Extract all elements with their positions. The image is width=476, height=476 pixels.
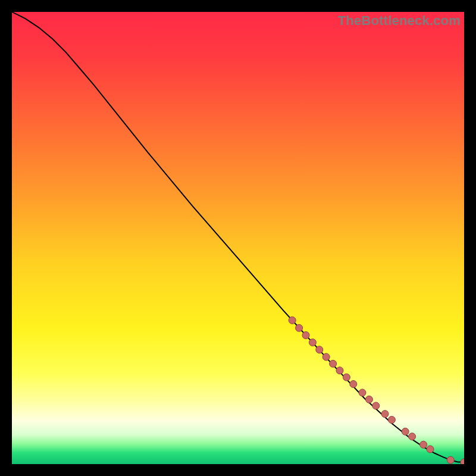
data-point bbox=[427, 446, 434, 453]
data-point bbox=[372, 402, 380, 409]
data-point bbox=[420, 441, 427, 448]
data-point bbox=[336, 367, 343, 374]
gradient-background bbox=[12, 12, 464, 464]
data-point bbox=[409, 433, 416, 440]
data-point bbox=[381, 411, 389, 418]
data-point bbox=[402, 428, 409, 435]
data-point bbox=[350, 380, 357, 387]
data-point bbox=[289, 317, 296, 324]
data-point bbox=[343, 374, 350, 381]
data-point bbox=[447, 456, 454, 464]
data-point bbox=[359, 389, 366, 396]
data-point bbox=[322, 353, 330, 361]
data-point bbox=[296, 324, 303, 331]
data-point bbox=[302, 331, 309, 339]
watermark-text: TheBottleneck.com bbox=[338, 13, 461, 29]
data-point bbox=[330, 360, 337, 367]
chart-frame: TheBottleneck.com bbox=[12, 12, 464, 464]
data-point bbox=[316, 346, 323, 353]
data-point bbox=[309, 339, 316, 346]
data-point bbox=[365, 396, 372, 403]
chart-svg bbox=[12, 12, 464, 464]
data-point bbox=[388, 416, 395, 424]
